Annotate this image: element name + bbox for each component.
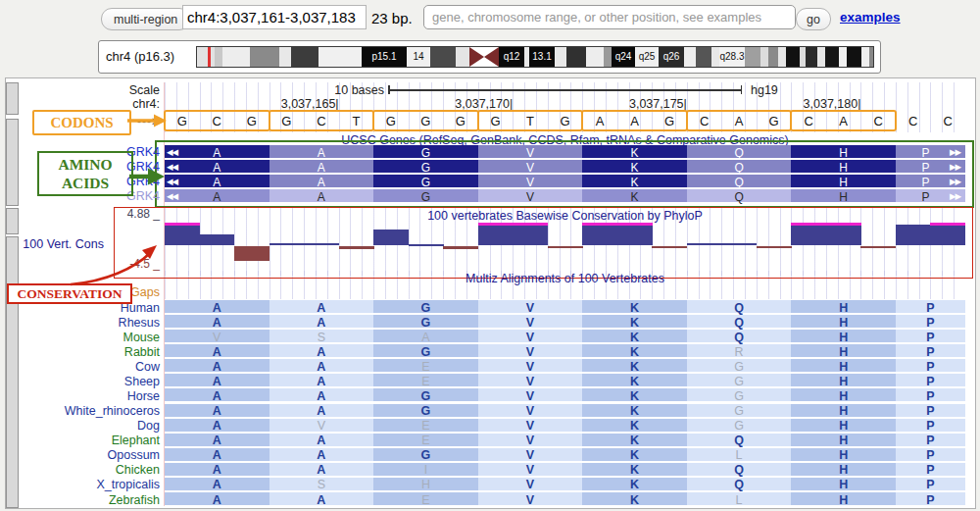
scale-label: Scale: [59, 83, 160, 97]
phylop-bar-positive[interactable]: [687, 243, 722, 245]
alignment-amino-letter: V: [526, 478, 534, 491]
species-label[interactable]: Rhesus: [8, 316, 160, 330]
alignment-amino-letter: H: [839, 389, 848, 403]
alignment-amino-letter: E: [421, 493, 429, 507]
species-label[interactable]: Rabbit: [8, 345, 160, 359]
phylop-bar-positive[interactable]: [409, 244, 444, 246]
alignment-amino-letter: A: [317, 375, 325, 388]
ideogram-band: [318, 47, 362, 67]
phylop-clip-cap: [478, 223, 514, 226]
phylop-bar-negative[interactable]: [443, 246, 478, 249]
ideogram-band: [250, 47, 279, 67]
species-label[interactable]: Sheep: [8, 375, 160, 388]
alignment-amino-letter: G: [734, 389, 744, 403]
phylop-bar-negative[interactable]: [234, 246, 270, 262]
ideogram-band: [456, 47, 469, 67]
conservation-track-title: 100 vertebrates Basewise Conservation by…: [165, 209, 965, 223]
track-drag-handle[interactable]: [6, 82, 19, 115]
multi-region-button[interactable]: multi-region: [101, 8, 190, 30]
alignment-amino-letter: H: [839, 463, 848, 477]
track-drag-handle[interactable]: [6, 208, 19, 234]
amino-acid-letter: G: [421, 176, 430, 189]
species-label[interactable]: Horse: [8, 389, 160, 403]
amino-acid-letter: H: [839, 176, 848, 189]
phylop-bar-positive[interactable]: [791, 223, 826, 245]
phylop-bar-negative[interactable]: [757, 246, 792, 248]
phylop-bar-positive[interactable]: [304, 243, 339, 245]
alignment-amino-letter: A: [213, 448, 221, 462]
alignment-amino-letter: S: [318, 478, 325, 491]
alignment-amino-letter: A: [213, 345, 221, 359]
amino-acid-letter: Q: [734, 190, 743, 204]
phylop-bar-positive[interactable]: [582, 223, 617, 245]
search-input[interactable]: [423, 5, 796, 29]
ideogram-band: [684, 47, 696, 67]
phylop-bar-positive[interactable]: [513, 223, 548, 245]
species-label[interactable]: White_rhinoceros: [8, 404, 160, 418]
alignment-amino-letter: A: [213, 404, 221, 418]
phylop-bar-positive[interactable]: [721, 243, 757, 245]
base-letter: C: [908, 114, 917, 128]
phylop-bar-negative[interactable]: [339, 246, 374, 250]
alignment-amino-letter: P: [926, 478, 934, 491]
coordinate-label: 3,037,180|: [743, 97, 860, 111]
amino-acid-letter: K: [631, 176, 639, 189]
species-label[interactable]: X_tropicalis: [8, 478, 160, 491]
phylop-bar-positive[interactable]: [478, 223, 514, 245]
alignment-amino-letter: G: [734, 360, 744, 374]
position-input[interactable]: [182, 5, 367, 29]
alignment-amino-letter: K: [630, 478, 639, 491]
ideogram-band: [839, 47, 847, 67]
phylop-bar-negative[interactable]: [548, 246, 583, 248]
alignment-amino-letter: V: [526, 345, 534, 359]
alignment-amino-letter: V: [526, 463, 534, 477]
species-label[interactable]: Elephant: [8, 434, 160, 447]
alignment-amino-letter: K: [630, 463, 639, 477]
alignment-amino-letter: A: [213, 360, 221, 374]
phylop-bar-positive[interactable]: [165, 223, 200, 245]
reverse-strand-arrows-icon: ◀◀: [167, 177, 177, 186]
centromere-R: [484, 47, 499, 67]
ideogram-chrom-label: chr4 (p16.3): [106, 49, 174, 64]
ideogram-band: [745, 47, 760, 67]
phylop-bar-negative[interactable]: [652, 246, 687, 248]
track-drag-handle[interactable]: [6, 119, 19, 206]
ideogram-band: [215, 47, 222, 67]
alignment-amino-letter: H: [839, 404, 848, 418]
examples-link[interactable]: examples: [840, 10, 901, 25]
alignment-amino-letter: R: [735, 345, 744, 359]
ideogram-band: q12: [499, 47, 524, 67]
phylop-bar-positive[interactable]: [617, 223, 653, 245]
phylop-bar-positive[interactable]: [896, 225, 931, 246]
alignment-amino-letter: V: [526, 434, 534, 447]
ideogram-band: [555, 47, 566, 67]
phylop-bar-positive[interactable]: [826, 223, 861, 245]
phylop-bar-positive[interactable]: [373, 230, 409, 246]
phylop-bar-positive[interactable]: [930, 223, 965, 245]
scale-bar-left-tick: [388, 85, 390, 94]
alignment-amino-letter: A: [317, 493, 325, 507]
amino-acid-letter: V: [526, 176, 534, 189]
species-label[interactable]: Mouse: [8, 331, 160, 344]
phylop-bar-negative[interactable]: [860, 246, 896, 248]
species-label[interactable]: Dog: [8, 419, 160, 433]
base-letter: C: [944, 114, 953, 128]
species-label[interactable]: Chicken: [8, 463, 160, 477]
species-label[interactable]: Opossum: [8, 448, 160, 462]
species-label[interactable]: Cow: [8, 360, 160, 374]
codon-box: [269, 110, 375, 131]
amino-acid-letter: A: [318, 146, 325, 160]
amino-acid-letter: G: [421, 146, 430, 160]
go-button[interactable]: go: [796, 8, 831, 30]
alignment-amino-letter: L: [736, 493, 743, 507]
ideogram-band: [778, 47, 786, 67]
phylop-bar-positive[interactable]: [270, 243, 305, 245]
alignment-amino-letter: A: [213, 301, 221, 315]
codon-box: [581, 110, 688, 131]
alignment-amino-letter: H: [839, 493, 848, 507]
species-label[interactable]: Zebrafish: [8, 493, 160, 507]
ideogram-bands[interactable]: p15.114q1213.1q24q25q26q28.3: [196, 46, 874, 68]
phylop-bar-positive[interactable]: [200, 234, 235, 245]
phylop-clip-cap: [617, 223, 653, 226]
phylop-clip-cap: [165, 223, 200, 226]
